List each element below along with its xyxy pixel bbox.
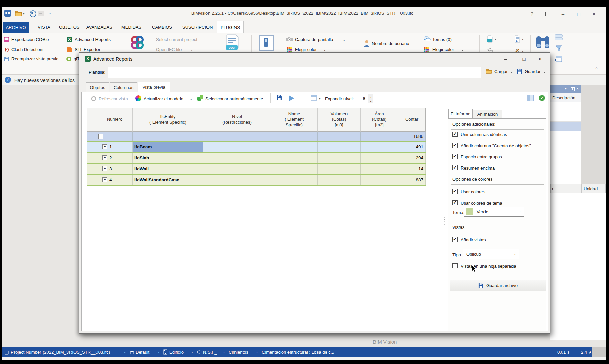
status-elemento[interactable]: Cimentación estructural : Losa de c... bbox=[262, 350, 334, 355]
entity-cell[interactable]: IfcWall bbox=[133, 164, 203, 174]
tab-animacion[interactable]: Animación bbox=[473, 110, 502, 119]
status-edificio-dropdown-icon[interactable]: ▾ bbox=[192, 351, 193, 354]
property-row-selected[interactable] bbox=[550, 122, 581, 131]
summary-row[interactable]: − 1686 bbox=[87, 132, 426, 142]
status-project[interactable]: Project Number (2022_BIM_3RIOS_STR__003.… bbox=[11, 350, 110, 355]
tab-archivo[interactable]: ARCHIVO bbox=[3, 22, 29, 33]
dialog-maximize-button[interactable]: □ bbox=[517, 54, 531, 63]
expand-expander[interactable]: + bbox=[102, 144, 107, 149]
tab-plugins[interactable]: PLUGINS bbox=[217, 21, 244, 33]
tab-vista-previa[interactable]: Vista previa bbox=[138, 82, 170, 92]
elegir-color-2-dropdown-icon[interactable]: ▾ bbox=[462, 49, 463, 52]
panel-collapse-icon[interactable]: ▾ bbox=[565, 87, 567, 90]
panel-close-icon[interactable]: × bbox=[576, 86, 579, 91]
report-template-icon[interactable] bbox=[514, 35, 520, 43]
checkbox-resumen-encima[interactable] bbox=[452, 165, 458, 170]
table-panel-icon[interactable] bbox=[555, 56, 562, 62]
expand-table-dropdown-icon[interactable]: ▾ bbox=[319, 97, 321, 100]
property-row[interactable] bbox=[550, 131, 581, 141]
ribbon-elegir-color-1[interactable]: Elegir color bbox=[295, 47, 317, 52]
actualizar-modelo-button[interactable]: Actualizar el modelo bbox=[144, 96, 183, 101]
ribbon-clash-detection[interactable]: Clash Detection bbox=[11, 47, 43, 52]
table-settings-icon[interactable] bbox=[527, 95, 534, 101]
validate-check-icon[interactable]: ✓ bbox=[539, 95, 545, 101]
status-cimientos[interactable]: Cimientos bbox=[229, 350, 248, 355]
expand-expander[interactable]: + bbox=[102, 155, 107, 160]
status-more-icon[interactable]: › bbox=[332, 350, 334, 355]
tab-avanzadas[interactable]: AVANZADAS bbox=[86, 25, 112, 30]
descripcion-column-header[interactable]: Descripción bbox=[550, 93, 581, 102]
report-template-dropdown-icon[interactable]: ▾ bbox=[522, 38, 524, 41]
table-row[interactable]: +2 IfcSlab 294 bbox=[87, 153, 426, 164]
checkbox-unir-columnas[interactable] bbox=[452, 132, 458, 137]
plantilla-input[interactable] bbox=[108, 67, 481, 78]
status-nsf-dropdown-icon[interactable]: ▾ bbox=[223, 351, 225, 354]
checkbox-usar-colores[interactable] bbox=[452, 189, 458, 194]
tab-vista[interactable]: VISTA bbox=[38, 25, 50, 30]
checkbox-vistas-hoja-separada[interactable] bbox=[452, 263, 458, 268]
maximize-button[interactable]: □ bbox=[573, 9, 584, 18]
tab-objetos[interactable]: OBJETOS bbox=[59, 25, 79, 30]
tab-cambios[interactable]: CAMBIOS bbox=[152, 25, 172, 30]
cargar-dropdown-icon[interactable]: ▾ bbox=[511, 71, 513, 74]
tab-el-informe[interactable]: El informe bbox=[448, 109, 473, 119]
tab-objetos[interactable]: Objetos bbox=[86, 82, 109, 92]
checkbox-anadir-vistas[interactable] bbox=[452, 237, 458, 242]
tema-select[interactable]: Verde ⌄ bbox=[464, 207, 524, 217]
property-row[interactable] bbox=[550, 112, 581, 122]
panel-splitter[interactable] bbox=[444, 217, 445, 227]
run-report-icon[interactable] bbox=[289, 95, 294, 101]
dialog-close-button[interactable]: × bbox=[533, 54, 548, 63]
expand-expander[interactable]: + bbox=[102, 166, 107, 171]
entity-cell-selected[interactable]: IfcBeam bbox=[133, 142, 203, 152]
table-row[interactable]: +4 IfcWallStandardCase 887 bbox=[87, 175, 426, 186]
tab-suscripcion[interactable]: SUSCRIPCIÓN bbox=[182, 25, 213, 30]
status-elemento-dropdown-icon[interactable]: ▾ bbox=[325, 351, 326, 354]
tab-columnas[interactable]: Columnas bbox=[110, 82, 137, 92]
expand-table-icon[interactable] bbox=[311, 95, 317, 101]
panel-tree-icon[interactable] bbox=[571, 87, 575, 91]
property-row[interactable] bbox=[550, 141, 581, 151]
tab-medidas[interactable]: MEDIDAS bbox=[121, 25, 141, 30]
quick-access-overflow-icon[interactable]: ⌄ bbox=[48, 11, 51, 16]
ifc-export-dropdown-icon[interactable]: ▾ bbox=[495, 38, 496, 41]
tipo-select[interactable]: Oblicuo ⌄ bbox=[463, 249, 519, 259]
unidad-column-header[interactable]: Unidad bbox=[581, 184, 606, 193]
table-row[interactable]: +1 IfcBeam 491 bbox=[87, 142, 426, 153]
save-report-icon[interactable] bbox=[276, 95, 282, 101]
ribbon-collapse-icon[interactable]: ⌃ bbox=[594, 67, 598, 72]
status-nsf[interactable]: N.S.F_ bbox=[203, 350, 217, 355]
minimize-button[interactable]: – bbox=[557, 9, 569, 18]
help-button[interactable]: ? bbox=[526, 9, 538, 18]
captura-dropdown-icon[interactable]: ▾ bbox=[343, 39, 345, 42]
binoculars-icon[interactable] bbox=[535, 34, 551, 50]
seleccionar-automaticamente-button[interactable]: Seleciconar automáticamente bbox=[205, 96, 263, 101]
expandir-nivel-input[interactable] bbox=[360, 94, 368, 103]
ribbon-captura-de-pantalla[interactable]: Captura de pantalla bbox=[295, 37, 333, 42]
guardar-dropdown-icon[interactable]: ▾ bbox=[544, 71, 545, 74]
dialog-minimize-button[interactable]: – bbox=[498, 54, 513, 63]
entity-cell[interactable]: IfcSlab bbox=[133, 153, 203, 163]
panels-icon[interactable] bbox=[555, 34, 563, 40]
elegir-color-1-dropdown-icon[interactable]: ▾ bbox=[324, 49, 326, 52]
status-project-dropdown-icon[interactable]: ▾ bbox=[124, 351, 126, 354]
collapse-expander[interactable]: − bbox=[98, 134, 103, 139]
ribbon-reemplazar-vista-previa[interactable]: Reemplazar vista previa bbox=[11, 56, 58, 61]
spinner-down-button[interactable]: ▼ bbox=[368, 98, 373, 103]
ribbon-temas[interactable]: Temas (0) bbox=[432, 37, 452, 42]
display-mode-button[interactable] bbox=[542, 9, 553, 18]
checkbox-usar-colores-tema[interactable] bbox=[452, 200, 458, 205]
record-view-icon[interactable] bbox=[30, 10, 36, 17]
actualizar-dropdown-icon[interactable]: ▾ bbox=[190, 98, 192, 101]
filter-funnel-icon[interactable] bbox=[555, 45, 562, 52]
ifc-export-icon[interactable] bbox=[487, 35, 493, 43]
framed-tool-icon[interactable] bbox=[259, 35, 274, 51]
expand-expander[interactable]: + bbox=[102, 177, 107, 182]
status-default-dropdown-icon[interactable]: ▾ bbox=[158, 351, 159, 354]
cargar-button[interactable]: Cargar bbox=[494, 69, 508, 74]
checkbox-anadir-columna[interactable] bbox=[452, 143, 458, 148]
open-folder-dropdown-icon[interactable]: ▾ bbox=[23, 12, 25, 16]
checkbox-espacio-grupos[interactable] bbox=[452, 154, 458, 159]
ribbon-advanced-reports[interactable]: Advanced Reports bbox=[75, 37, 111, 42]
guardar-archivo-button[interactable]: Guardar archivo bbox=[450, 280, 546, 291]
